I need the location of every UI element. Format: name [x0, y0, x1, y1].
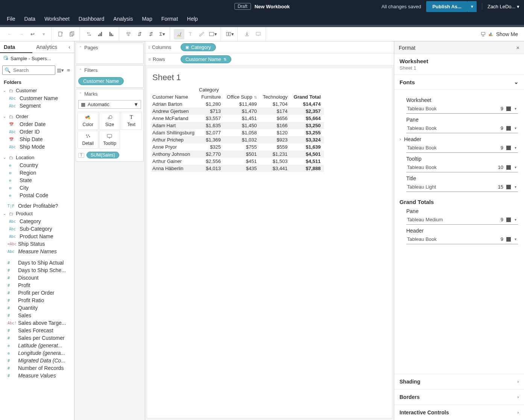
field-profit ratio[interactable]: #Profit Ratio [0, 297, 74, 304]
field-sale- per cu-tomer[interactable]: #Sales per Customer [0, 334, 74, 342]
field-sale- above targe-[interactable]: Abc!Sales above Targe... [0, 319, 74, 327]
publish-dropdown[interactable]: ▼ [468, 1, 477, 12]
folder-location[interactable]: ⌄🗀Location [0, 154, 74, 161]
field-order id[interactable]: AbcOrder ID [0, 128, 74, 135]
rows-pill-customer-name[interactable]: Customer Name⇅ [181, 55, 231, 63]
tab-analytics[interactable]: Analytics [32, 41, 65, 53]
close-format-pane-button[interactable]: × [516, 44, 519, 51]
menu-help[interactable]: Help [182, 14, 202, 24]
font-picker-tooltip[interactable]: Tableau Book10▾ [406, 163, 518, 172]
present-button[interactable] [253, 29, 263, 40]
field-migrated data (co-[interactable]: #Migrated Data (Co... [0, 357, 74, 364]
dropdown-icon[interactable]: ▾ [514, 146, 517, 150]
field-day- to ship sche-[interactable]: #Days to Ship Sche... [0, 266, 74, 274]
table-row[interactable]: Anne Pryor$325$755$559$1,639 [152, 143, 324, 151]
columns-pill-category[interactable]: ▣Category [181, 43, 216, 51]
field-ship date[interactable]: 📅Ship Date [0, 135, 74, 143]
marks-detail[interactable]: Detail [77, 131, 99, 149]
field-postal code[interactable]: ⊕Postal Code [0, 192, 74, 199]
rows-shelf[interactable]: ≡Rows Customer Name⇅ [145, 53, 394, 65]
field-sale-[interactable]: #Sales [0, 312, 74, 319]
field-day- to ship actual[interactable]: #Days to Ship Actual [0, 259, 74, 266]
folder-order[interactable]: ⌄🗀Order [0, 113, 74, 120]
menu-map[interactable]: Map [137, 14, 156, 24]
row-header[interactable]: Anna Häberlin [152, 165, 198, 172]
dropdown-icon[interactable]: ▾ [514, 107, 517, 111]
sort-desc-button[interactable] [106, 29, 117, 40]
field-order date[interactable]: 📅Order Date [0, 120, 74, 128]
marks-type-dropdown[interactable]: ▦Automatic▼ [78, 100, 141, 109]
collapse-pane-button[interactable]: ‹ [65, 41, 74, 53]
field-state[interactable]: ⊕State [0, 177, 74, 184]
chevron-right-icon[interactable]: › [399, 137, 401, 142]
label-button[interactable]: T [185, 29, 196, 40]
table-row[interactable]: Anna Häberlin$4,013$435$3,441$7,888 [152, 165, 324, 172]
row-header[interactable]: Anthony Johnson [152, 151, 198, 158]
undo-button[interactable]: ← [5, 29, 15, 40]
duplicate-button[interactable] [67, 29, 77, 40]
revert-button[interactable]: ↩︎ [27, 29, 38, 40]
filter-pill-customer-name[interactable]: Customer Name [78, 77, 124, 85]
presentation-icon[interactable] [480, 31, 486, 37]
group-button[interactable] [123, 29, 134, 40]
field-measure names[interactable]: AbcMeasure Names [0, 248, 74, 255]
col-header[interactable]: Grand Total [291, 93, 324, 100]
color-swatch[interactable] [506, 165, 511, 170]
tab-data[interactable]: Data [0, 41, 32, 53]
dropdown-icon[interactable]: ▾ [514, 237, 517, 241]
fit-button[interactable]: ▾ [208, 29, 218, 40]
table-row[interactable]: Anthony Johnson$2,770$501$1,231$4,501 [152, 151, 324, 158]
swap-button[interactable] [84, 29, 94, 40]
dropdown-icon[interactable]: ▾ [514, 126, 517, 130]
marks-text[interactable]: TText [121, 112, 142, 130]
menu-format[interactable]: Format [157, 14, 182, 24]
field-order-profitable[interactable]: T|FOrder Profitable? [0, 202, 74, 210]
marks-color[interactable]: Color [77, 112, 99, 130]
format-section-interactive controls[interactable]: Interactive Controls› [394, 405, 524, 420]
fonts-section-header[interactable]: Fonts ⌄ [394, 75, 524, 90]
font-picker-gt-header[interactable]: Tableau Book9▾ [406, 235, 518, 244]
folder-product[interactable]: ⌄🗀Product [0, 210, 74, 218]
marks-tooltip[interactable]: Tooltip [99, 131, 120, 149]
table-row[interactable]: Andrew Gjertsen$713$1,470$174$2,357 [152, 108, 324, 115]
color-swatch[interactable] [506, 146, 511, 150]
table-row[interactable]: Adam Hart$1,635$1,450$166$3,250 [152, 122, 324, 129]
font-picker-gt-pane[interactable]: Tableau Medium9▾ [406, 216, 518, 225]
field-country[interactable]: ⊕Country [0, 161, 74, 169]
col-header[interactable]: Customer Name [152, 93, 198, 100]
font-picker-pane[interactable]: Tableau Book9▾ [406, 124, 518, 133]
sort-icon[interactable]: ⇅ [254, 95, 257, 99]
show-me-icon[interactable] [488, 31, 494, 37]
search-box[interactable]: 🔍 [2, 65, 55, 75]
field-di-count[interactable]: #Discount [0, 274, 74, 282]
show-me-button[interactable]: Show Me [496, 31, 518, 37]
field-latitude (generat-[interactable]: ⊕Latitude (generat... [0, 342, 74, 349]
annotate-button[interactable] [196, 29, 207, 40]
dropdown-icon[interactable]: ▾ [514, 218, 517, 222]
menu-data[interactable]: Data [20, 14, 40, 24]
color-swatch[interactable] [506, 107, 511, 111]
totals-button[interactable]: Σ▾ [157, 29, 167, 40]
menu-analysis[interactable]: Analysis [109, 14, 137, 24]
menu-dashboard[interactable]: Dashboard [74, 14, 109, 24]
field-region[interactable]: ⊕Region [0, 169, 74, 177]
field-mea-ure value-[interactable]: #Measure Values [0, 372, 74, 379]
download-button[interactable] [241, 29, 252, 40]
folder-customer[interactable]: ⌄🗀Customer [0, 87, 74, 94]
filters-shelf[interactable]: ⌃Filters Customer Name [76, 65, 144, 88]
cards-button[interactable]: ▾ [225, 29, 235, 40]
marks-pill-sum-sales[interactable]: SUM(Sales) [87, 152, 119, 158]
row-header[interactable]: Andrew Gjertsen [152, 108, 198, 115]
redo-button[interactable]: → [16, 29, 26, 40]
format-section-shading[interactable]: Shading› [394, 374, 524, 389]
field-customer name[interactable]: AbcCustomer Name [0, 94, 74, 102]
sort-asc-button[interactable] [95, 29, 105, 40]
table-row[interactable]: Adam Shillingsburg$2,077$1,058$120$3,255 [152, 129, 324, 136]
row-header[interactable]: Anne McFarland [152, 115, 198, 122]
refresh-button[interactable]: ▾ [38, 29, 49, 40]
table-row[interactable]: Anne McFarland$3,557$1,451$656$5,664 [152, 115, 324, 122]
table-row[interactable]: Arthur Prichep$1,369$1,032$923$3,324 [152, 136, 324, 143]
row-header[interactable]: Adam Shillingsburg [152, 129, 198, 136]
row-header[interactable]: Adam Hart [152, 122, 198, 129]
field-category[interactable]: AbcCategory [0, 218, 74, 225]
